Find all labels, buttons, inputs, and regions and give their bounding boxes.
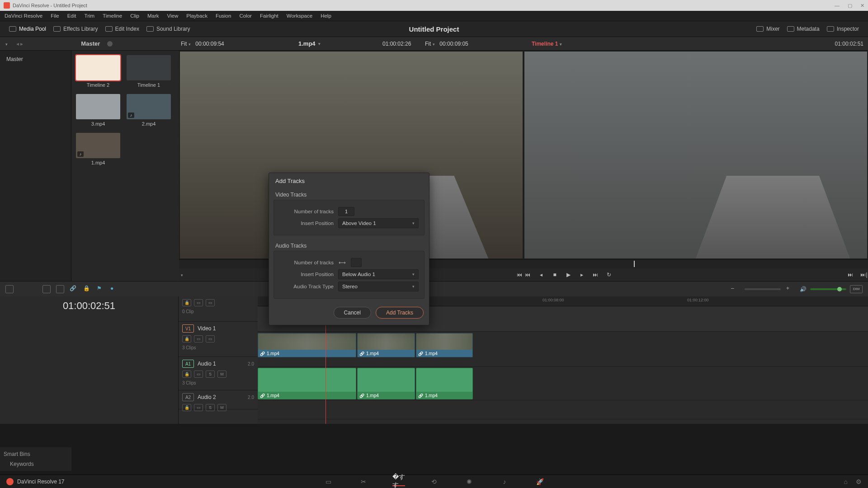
media-pool-toggle[interactable]: Media Pool [5, 24, 50, 34]
home-button[interactable]: ⌂ [844, 478, 848, 485]
auto-select-icon[interactable]: ▭ [194, 299, 203, 306]
zoom-out-icon[interactable]: – [731, 285, 739, 293]
clip-item[interactable]: Timeline 1 [127, 55, 171, 88]
cancel-button[interactable]: Cancel [334, 307, 371, 319]
menu-item[interactable]: Workspace [287, 13, 312, 19]
media-page-button[interactable]: ▭ [322, 477, 335, 486]
spinner-icon[interactable]: ⟷ [338, 260, 346, 266]
menu-item[interactable]: View [167, 13, 179, 19]
auto-select-icon[interactable]: ▭ [194, 371, 203, 378]
audio-track-2-header[interactable]: A2Audio 22.0 🔒▭SM [179, 390, 258, 409]
clip-item[interactable]: Timeline 2 [76, 55, 120, 88]
record-zoom[interactable]: Fit [425, 41, 435, 47]
fusion-page-button[interactable]: ⟲ [428, 477, 440, 486]
menu-item[interactable]: Fairlight [260, 13, 278, 19]
empty-video-track-header[interactable]: 🔒▭▭ 0 Clip [179, 296, 258, 322]
auto-select-icon[interactable]: ▭ [194, 335, 203, 343]
toggle-track-icon[interactable]: ▭ [206, 299, 215, 306]
first-frame-button[interactable]: ⏮ [524, 272, 532, 278]
color-page-button[interactable]: ✺ [463, 477, 476, 486]
effects-library-toggle[interactable]: Effects Library [50, 24, 101, 34]
maximize-button[interactable]: ▢ [848, 3, 852, 9]
menu-item[interactable]: Help [321, 13, 331, 19]
audio-track-2[interactable] [258, 400, 868, 419]
lock-track-icon[interactable]: 🔒 [182, 371, 191, 378]
track-tag[interactable]: V1 [182, 324, 194, 333]
mute-button[interactable]: M [217, 404, 226, 411]
record-scrubber[interactable] [524, 259, 868, 268]
audio-clip[interactable]: 1.mp4 [416, 368, 473, 399]
menu-item[interactable]: Playback [186, 13, 208, 19]
lock-track-icon[interactable]: 🔒 [182, 299, 191, 306]
timeline-name[interactable]: Timeline 1 [532, 41, 562, 47]
fairlight-page-button[interactable]: ♪ [498, 477, 511, 486]
add-tracks-button[interactable]: Add Tracks [376, 307, 424, 319]
edit-page-button[interactable]: �すす [392, 477, 405, 486]
smart-bin-item[interactable]: Keywords [4, 461, 68, 467]
video-clip[interactable]: 1.mp4 [258, 333, 356, 357]
deliver-page-button[interactable]: 🚀 [533, 477, 546, 486]
go-end-button[interactable]: ⏭| [860, 272, 868, 278]
go-last-button[interactable]: ⏭ [846, 272, 854, 278]
menu-item[interactable]: Edit [67, 13, 76, 19]
clip-item[interactable]: ♪1.mp4 [76, 133, 120, 165]
audio-clip[interactable]: 1.mp4 [258, 368, 356, 399]
audio-track-type-select[interactable]: Stereo [338, 282, 419, 291]
next-frame-button[interactable]: ▸ [578, 272, 586, 278]
match-frame-icon[interactable] [179, 272, 189, 278]
solo-button[interactable]: S [206, 371, 215, 378]
audio-insert-position-select[interactable]: Below Audio 1 [338, 269, 419, 279]
selection-tool-icon[interactable] [42, 285, 51, 293]
cut-page-button[interactable]: ✂ [357, 477, 370, 486]
dim-button[interactable]: DIM [850, 285, 863, 293]
video-clip[interactable]: 1.mp4 [357, 333, 415, 357]
video-track-1[interactable]: 1.mp4 1.mp4 1.mp4 [258, 332, 868, 367]
pool-view-mode[interactable] [4, 41, 13, 47]
menu-item[interactable]: Timeline [103, 13, 122, 19]
audio-track-header[interactable]: A1Audio 12.0 🔒▭SM 3 Clips [179, 357, 258, 390]
track-tag[interactable]: A1 [182, 360, 194, 368]
lock-icon[interactable]: 🔒 [83, 285, 91, 293]
auto-select-icon[interactable]: ▭ [194, 404, 203, 411]
record-viewer-image[interactable] [524, 52, 867, 258]
clip-item[interactable]: 3.mp4 [76, 94, 120, 127]
bin-master[interactable]: Master [4, 54, 67, 64]
speaker-icon[interactable]: 🔊 [800, 286, 807, 292]
prev-frame-button[interactable]: ◂ [537, 272, 545, 278]
mixer-toggle[interactable]: Mixer [753, 24, 783, 34]
menu-item[interactable]: Color [239, 13, 251, 19]
menu-item[interactable]: Mark [147, 13, 159, 19]
track-tag[interactable]: A2 [182, 393, 194, 401]
marker-icon[interactable]: ● [110, 285, 118, 293]
minimize-button[interactable]: — [835, 3, 840, 9]
source-zoom[interactable]: Fit [181, 41, 191, 47]
menu-item[interactable]: DaVinci Resolve [5, 13, 42, 19]
project-settings-button[interactable]: ⚙ [856, 478, 862, 485]
audio-clip[interactable]: 1.mp4 [357, 368, 415, 399]
zoom-slider[interactable] [745, 288, 781, 290]
toggle-track-icon[interactable]: ▭ [206, 335, 215, 343]
blade-tool-icon[interactable] [56, 285, 64, 293]
bin-path[interactable]: Master [81, 40, 100, 47]
play-button[interactable]: ▶ [564, 272, 572, 278]
video-insert-position-select[interactable]: Above Video 1 [338, 218, 419, 228]
menu-item[interactable]: Trim [85, 13, 95, 19]
source-clip-name[interactable]: 1.mp4▾ [298, 40, 321, 47]
volume-slider[interactable] [810, 288, 846, 290]
flag-icon[interactable]: ⚑ [97, 285, 105, 293]
lock-track-icon[interactable]: 🔒 [182, 404, 191, 411]
sound-library-toggle[interactable]: Sound Library [143, 24, 194, 34]
menu-item[interactable]: File [51, 13, 59, 19]
lock-track-icon[interactable]: 🔒 [182, 335, 191, 343]
video-clip[interactable]: 1.mp4 [416, 333, 473, 357]
menu-item[interactable]: Fusion [216, 13, 231, 19]
stop-button[interactable]: ■ [551, 272, 559, 278]
link-icon[interactable]: 🔗 [70, 285, 78, 293]
last-frame-button[interactable]: ⏭ [591, 272, 599, 278]
edit-index-toggle[interactable]: Edit Index [102, 24, 143, 34]
zoom-in-icon[interactable]: + [786, 285, 794, 293]
video-num-tracks-input[interactable] [338, 207, 354, 216]
first-frame-button[interactable]: ⏮ [515, 272, 524, 278]
inspector-toggle[interactable]: Inspector [823, 24, 863, 34]
audio-track-1[interactable]: 1.mp4 1.mp4 1.mp4 [258, 367, 868, 400]
